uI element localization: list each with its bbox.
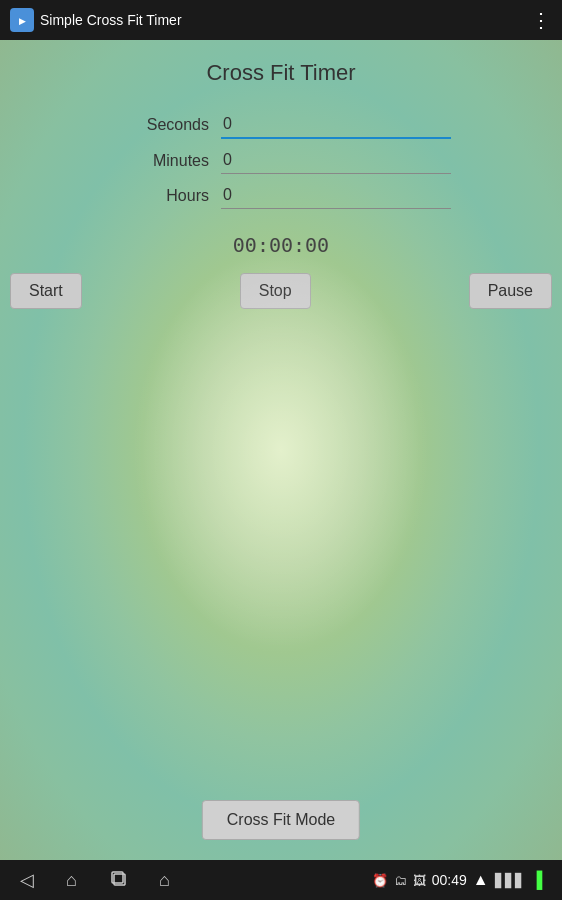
app-icon: ▶	[10, 8, 34, 32]
buttons-row: Start Stop Pause	[0, 265, 562, 317]
battery-icon: ▐	[531, 871, 542, 889]
wifi-icon: ▲	[473, 871, 489, 889]
pause-button[interactable]: Pause	[469, 273, 552, 309]
menu-icon[interactable]: ⌂	[159, 870, 170, 891]
crossfit-mode-button[interactable]: Cross Fit Mode	[202, 800, 360, 840]
signal-icon: ▋▋▋	[495, 873, 525, 888]
main-content: Cross Fit Timer Seconds Minutes Hours 00…	[0, 40, 562, 860]
nav-bar-right: ⏰ 🗂 🖼 00:49 ▲ ▋▋▋ ▐	[372, 871, 542, 889]
hours-row: Hours	[111, 182, 451, 209]
nav-bar: ◁ ⌂ ⌂ ⏰ 🗂 🖼 00:49 ▲ ▋▋▋ ▐	[0, 860, 562, 900]
recent-apps-icon[interactable]	[109, 869, 127, 892]
clock-display: 00:49	[432, 872, 467, 888]
storage-icon: 🗂	[394, 873, 407, 888]
home-icon[interactable]: ⌂	[66, 870, 77, 891]
hours-label: Hours	[111, 187, 221, 205]
seconds-row: Seconds	[111, 111, 451, 139]
back-icon[interactable]: ◁	[20, 869, 34, 891]
alarm-icon: ⏰	[372, 873, 388, 888]
bottom-button-container: Cross Fit Mode	[202, 800, 360, 840]
image-icon: 🖼	[413, 873, 426, 888]
svg-text:▶: ▶	[19, 16, 26, 26]
page-title: Cross Fit Timer	[0, 40, 562, 101]
minutes-row: Minutes	[111, 147, 451, 174]
status-bar-left: ▶ Simple Cross Fit Timer	[10, 8, 182, 32]
status-bar: ▶ Simple Cross Fit Timer ⋮	[0, 0, 562, 40]
start-button[interactable]: Start	[10, 273, 82, 309]
timer-display: 00:00:00	[0, 233, 562, 257]
seconds-input[interactable]	[221, 111, 451, 139]
overflow-menu-icon[interactable]: ⋮	[531, 8, 552, 32]
status-bar-right: ⋮	[531, 8, 552, 32]
stop-button[interactable]: Stop	[240, 273, 311, 309]
nav-bar-left: ◁ ⌂ ⌂	[20, 869, 170, 892]
form-section: Seconds Minutes Hours	[0, 111, 562, 209]
hours-input[interactable]	[221, 182, 451, 209]
app-title: Simple Cross Fit Timer	[40, 12, 182, 28]
minutes-label: Minutes	[111, 152, 221, 170]
seconds-label: Seconds	[111, 116, 221, 134]
minutes-input[interactable]	[221, 147, 451, 174]
